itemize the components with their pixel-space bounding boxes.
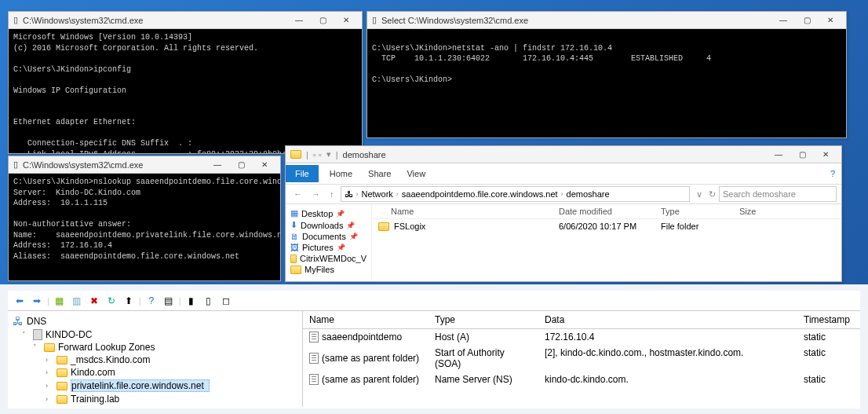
expander-icon[interactable]: ›: [46, 382, 53, 390]
tab-share[interactable]: Share: [360, 165, 399, 182]
record-icon: [309, 374, 319, 385]
ribbon: File Home Share View ?: [286, 163, 841, 184]
minimize-button[interactable]: —: [768, 148, 790, 162]
minimize-button[interactable]: —: [288, 13, 310, 27]
refresh-button[interactable]: ↻: [104, 294, 119, 308]
nav-back-button[interactable]: ←: [290, 189, 305, 199]
help-icon[interactable]: ?: [830, 169, 841, 178]
search-placeholder: Search demoshare: [723, 189, 796, 199]
column-headers[interactable]: Name Date modified Type Size: [372, 204, 841, 219]
breadcrumb-item[interactable]: demoshare: [567, 189, 610, 199]
breadcrumb[interactable]: 🖧 › Network › saaeendpointdemo.file.core…: [341, 186, 691, 202]
cmd-window-ipconfig[interactable]: ▯ C:\Windows\system32\cmd.exe — ▢ ✕ Micr…: [8, 11, 363, 154]
zone-icon: [57, 382, 67, 390]
run-button[interactable]: ▯: [202, 294, 216, 308]
col-type[interactable]: Type: [655, 204, 733, 218]
view-button[interactable]: ▥: [70, 294, 84, 308]
expander-icon[interactable]: ›: [46, 368, 53, 376]
expander-icon[interactable]: ˅: [22, 331, 30, 339]
minimize-button[interactable]: —: [206, 158, 228, 172]
tree-zone[interactable]: ›Kindo.com: [13, 366, 297, 379]
cmd-icon: ▯: [372, 15, 377, 25]
records-header[interactable]: Name Type Data Timestamp: [303, 311, 860, 329]
quick-access-item[interactable]: CitrixWEMDoc_V: [286, 253, 371, 264]
server-icon: [33, 329, 42, 340]
quick-access-item[interactable]: 🗎Documents📌: [286, 231, 371, 242]
col-date[interactable]: Date modified: [553, 204, 655, 218]
tab-view[interactable]: View: [399, 165, 433, 182]
cmd-window-netstat[interactable]: ▯ Select C:\Windows\system32\cmd.exe — ▢…: [367, 11, 847, 138]
minimize-button[interactable]: —: [772, 13, 794, 27]
delete-button[interactable]: ✖: [87, 294, 101, 308]
col-type[interactable]: Type: [429, 311, 538, 328]
nav-forward-button[interactable]: ➡: [30, 294, 44, 308]
file-row[interactable]: FSLogix 6/06/2020 10:17 PM File folder: [372, 219, 841, 233]
refresh-button[interactable]: ↻: [709, 189, 716, 200]
zone-icon: [57, 395, 67, 404]
cmd-icon: ▯: [13, 159, 18, 170]
col-timestamp[interactable]: Timestamp: [797, 311, 860, 328]
tree-zone[interactable]: ›Training.lab: [13, 393, 297, 405]
dns-record-row[interactable]: (same as parent folder) Name Server (NS)…: [303, 372, 860, 387]
new-zone-button[interactable]: ▦: [53, 294, 67, 308]
nav-back-button[interactable]: ⬅: [13, 294, 27, 308]
file-explorer-window[interactable]: | ▫ ▫ ▾ | demoshare — ▢ ✕ File Home Shar…: [285, 145, 842, 282]
cmd-window-nslookup[interactable]: ▯ C:\Windows\system32\cmd.exe — ▢ ✕ C:\U…: [8, 156, 281, 281]
terminal-output[interactable]: C:\Users\JKindon>nslookup saaeendpointde…: [9, 174, 280, 280]
file-list: Name Date modified Type Size FSLogix 6/0…: [372, 204, 841, 280]
close-button[interactable]: ✕: [815, 148, 837, 162]
terminal-output[interactable]: Microsoft Windows [Version 10.0.14393] (…: [9, 29, 362, 153]
network-icon: 🖧: [345, 189, 353, 199]
close-button[interactable]: ✕: [335, 13, 357, 27]
titlebar[interactable]: ▯ C:\Windows\system32\cmd.exe — ▢ ✕: [9, 12, 362, 29]
tree-zone-selected[interactable]: ›privatelink.file.core.windows.net: [13, 379, 297, 393]
maximize-button[interactable]: ▢: [791, 148, 813, 162]
maximize-button[interactable]: ▢: [312, 13, 334, 27]
col-data[interactable]: Data: [538, 311, 797, 328]
export-button[interactable]: ⬆: [122, 294, 136, 308]
toolbar: ⬅ ➡ | ▦ ▥ ✖ ↻ ⬆ | ? ▤ | ▮ ▯ ◻: [8, 291, 860, 311]
breadcrumb-item[interactable]: Network: [362, 189, 393, 199]
quick-access-pane: ▦Desktop📌 ⬇Downloads📌 🗎Documents📌 🖼Pictu…: [286, 204, 372, 280]
tree-server[interactable]: ˅KINDO-DC: [13, 328, 297, 341]
help-button[interactable]: ?: [144, 294, 159, 308]
quick-access-item[interactable]: ▦Desktop📌: [286, 207, 371, 219]
titlebar[interactable]: ▯ C:\Windows\system32\cmd.exe — ▢ ✕: [9, 156, 280, 174]
dns-icon: 🖧: [13, 315, 24, 328]
reload-button[interactable]: ◻: [219, 294, 233, 308]
col-name[interactable]: Name: [303, 311, 429, 328]
tree-zone[interactable]: ›_msdcs.Kindo.com: [13, 354, 297, 366]
col-size[interactable]: Size: [733, 204, 788, 218]
dns-manager-window[interactable]: ⬅ ➡ | ▦ ▥ ✖ ↻ ⬆ | ? ▤ | ▮ ▯ ◻ 🖧DNS ˅KIND…: [8, 291, 860, 409]
quick-access-item[interactable]: ⬇Downloads📌: [286, 219, 371, 231]
quick-access-item[interactable]: 🖼Pictures📌: [286, 242, 371, 253]
dns-record-row[interactable]: saaeendpointdemo Host (A) 172.16.10.4 st…: [303, 329, 860, 345]
tab-home[interactable]: Home: [322, 165, 360, 182]
tab-file[interactable]: File: [286, 165, 319, 182]
nav-up-button[interactable]: ↑: [326, 189, 337, 199]
properties-button[interactable]: ▤: [162, 294, 176, 308]
nav-forward-button[interactable]: →: [308, 189, 323, 199]
maximize-button[interactable]: ▢: [230, 158, 252, 172]
titlebar[interactable]: | ▫ ▫ ▾ | demoshare — ▢ ✕: [286, 146, 841, 163]
tree-root[interactable]: 🖧DNS: [13, 314, 297, 328]
tree-flz[interactable]: ˅Forward Lookup Zones: [13, 341, 297, 354]
expander-icon[interactable]: ›: [46, 356, 53, 364]
breadcrumb-item[interactable]: saaeendpointdemo.file.core.windows.net: [402, 189, 558, 199]
cmd-icon: ▯: [13, 15, 18, 25]
dns-record-row[interactable]: (same as parent folder) Start of Authori…: [303, 345, 860, 372]
pause-button[interactable]: ▮: [184, 294, 199, 308]
window-title: Select C:\Windows\system32\cmd.exe: [381, 16, 528, 25]
titlebar[interactable]: ▯ Select C:\Windows\system32\cmd.exe — ▢…: [367, 12, 846, 29]
col-name[interactable]: Name: [372, 204, 553, 218]
close-button[interactable]: ✕: [253, 158, 275, 172]
search-input[interactable]: Search demoshare: [719, 186, 837, 202]
close-button[interactable]: ✕: [819, 13, 841, 27]
maximize-button[interactable]: ▢: [796, 13, 818, 27]
expander-icon[interactable]: ›: [46, 395, 53, 403]
terminal-output[interactable]: C:\Users\JKindon>netstat -ano | findstr …: [367, 29, 846, 137]
quick-access-item[interactable]: MyFiles: [286, 264, 371, 275]
zone-icon: [57, 368, 67, 377]
folder-icon: [378, 222, 389, 231]
expander-icon[interactable]: ˅: [33, 343, 41, 351]
